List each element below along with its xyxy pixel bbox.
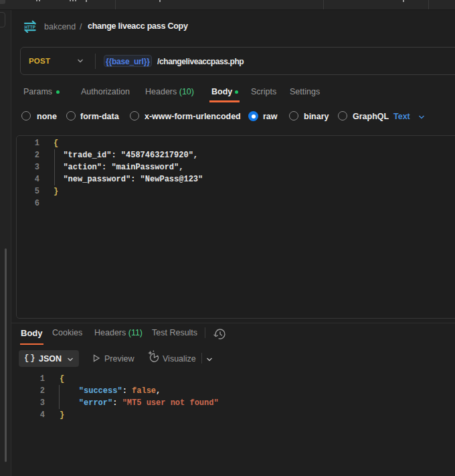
svg-text:HTTP: HTTP — [24, 24, 35, 30]
